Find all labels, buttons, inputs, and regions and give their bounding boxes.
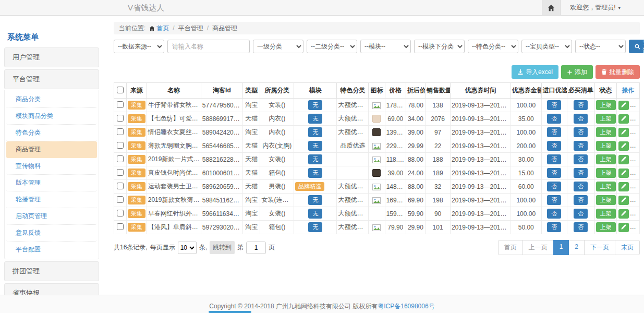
breadcrumb-home-link[interactable]: 首页: [149, 24, 169, 33]
edit-button[interactable]: [618, 155, 629, 164]
sidebar-subitem[interactable]: 平台配置: [6, 242, 97, 258]
row-checkbox[interactable]: [117, 128, 124, 135]
filter-select[interactable]: --二级分类--: [307, 40, 357, 53]
status-button[interactable]: 上架: [596, 127, 616, 137]
import-toggle-button[interactable]: 否: [547, 182, 561, 191]
status-button[interactable]: 上架: [596, 222, 616, 232]
pager-button[interactable]: 2: [568, 240, 585, 255]
edit-button[interactable]: [618, 223, 629, 232]
import-toggle-button[interactable]: 否: [547, 141, 561, 151]
import-toggle-button[interactable]: 否: [547, 195, 561, 205]
edit-button[interactable]: [618, 196, 629, 205]
module-none-badge[interactable]: 无: [308, 222, 322, 232]
status-button[interactable]: 上架: [596, 168, 616, 178]
filter-select[interactable]: --模块--: [360, 40, 411, 53]
status-button[interactable]: 上架: [596, 154, 616, 164]
edit-button[interactable]: [618, 128, 629, 137]
status-button[interactable]: 上架: [596, 141, 616, 151]
must-buy-toggle-button[interactable]: 否: [574, 154, 588, 164]
must-buy-toggle-button[interactable]: 否: [574, 222, 588, 232]
sidebar-group[interactable]: 用户管理: [4, 47, 99, 67]
status-button[interactable]: 上架: [596, 100, 616, 110]
import-toggle-button[interactable]: 否: [547, 168, 561, 178]
sidebar-subitem[interactable]: 宣传物料: [6, 158, 97, 175]
edit-button[interactable]: [618, 141, 629, 151]
import-toggle-button[interactable]: 否: [547, 154, 561, 164]
import-toggle-button[interactable]: 否: [547, 127, 561, 137]
row-checkbox[interactable]: [117, 169, 124, 176]
row-checkbox[interactable]: [117, 223, 124, 230]
sidebar-subitem[interactable]: 模块商品分类: [6, 108, 97, 125]
import-excel-button[interactable]: 导入excel: [512, 65, 558, 79]
import-toggle-button[interactable]: 否: [547, 209, 561, 219]
pager-button[interactable]: 末页: [615, 240, 640, 255]
breadcrumb-level1[interactable]: 平台管理: [178, 24, 203, 33]
status-button[interactable]: 上架: [596, 114, 616, 124]
sidebar-subitem[interactable]: 版本管理: [6, 175, 97, 191]
import-toggle-button[interactable]: 否: [547, 222, 561, 232]
must-buy-toggle-button[interactable]: 否: [574, 114, 588, 124]
sidebar-subitem[interactable]: 轮播管理: [6, 191, 97, 208]
edit-button[interactable]: [618, 182, 629, 191]
module-none-badge[interactable]: 无: [308, 100, 322, 110]
module-none-badge[interactable]: 无: [308, 209, 322, 219]
must-buy-toggle-button[interactable]: 否: [574, 141, 588, 151]
row-checkbox[interactable]: [117, 183, 124, 189]
edit-button[interactable]: [618, 101, 629, 110]
sidebar-subitem[interactable]: 特色分类: [6, 125, 97, 141]
module-none-badge[interactable]: 无: [308, 127, 322, 137]
edit-button[interactable]: [618, 209, 629, 219]
must-buy-toggle-button[interactable]: 否: [574, 168, 588, 178]
pager-button[interactable]: 上一页: [523, 240, 554, 255]
row-checkbox[interactable]: [117, 142, 124, 149]
filter-select[interactable]: --特色分类--: [468, 40, 518, 53]
per-page-select[interactable]: 10: [178, 242, 197, 254]
horizontal-scrollbar-thumb[interactable]: [209, 311, 251, 313]
row-checkbox[interactable]: [117, 155, 124, 162]
select-all-checkbox[interactable]: [117, 87, 124, 93]
sidebar-group[interactable]: 平台管理: [4, 69, 99, 89]
sidebar-subitem[interactable]: 商品分类: [6, 91, 97, 108]
sidebar-subitem[interactable]: 商品管理: [6, 141, 97, 158]
module-none-badge[interactable]: 无: [308, 168, 322, 178]
home-button[interactable]: [542, 0, 561, 15]
batch-delete-button[interactable]: 批量删除: [596, 65, 640, 79]
filter-select[interactable]: 一级分类: [253, 40, 303, 53]
must-buy-toggle-button[interactable]: 否: [574, 127, 588, 137]
filter-select[interactable]: --宝贝类型--: [521, 40, 572, 53]
filter-select[interactable]: --模块下分类--: [414, 40, 465, 53]
pager-button[interactable]: 下一页: [584, 240, 615, 255]
add-button[interactable]: 添加: [561, 65, 593, 79]
jump-button[interactable]: 跳转到: [210, 241, 235, 254]
must-buy-toggle-button[interactable]: 否: [574, 182, 588, 191]
import-toggle-button[interactable]: 否: [547, 114, 561, 124]
pager-button[interactable]: 首页: [498, 240, 523, 255]
module-none-badge[interactable]: 无: [308, 154, 322, 164]
filter-select[interactable]: --状态--: [575, 40, 626, 53]
filter-select[interactable]: --数据来源--: [114, 40, 164, 53]
edit-button[interactable]: [618, 168, 629, 178]
must-buy-toggle-button[interactable]: 否: [574, 209, 588, 219]
row-checkbox[interactable]: [117, 210, 124, 216]
status-button[interactable]: 上架: [596, 182, 616, 191]
must-buy-toggle-button[interactable]: 否: [574, 195, 588, 205]
module-none-badge[interactable]: 无: [308, 114, 322, 124]
sidebar-subitem[interactable]: 启动页管理: [6, 208, 97, 225]
search-button[interactable]: 查询: [629, 40, 644, 53]
page-number-input[interactable]: [246, 242, 266, 254]
sidebar-subitem[interactable]: 意见反馈: [6, 225, 97, 242]
module-none-badge[interactable]: 无: [308, 141, 322, 151]
must-buy-toggle-button[interactable]: 否: [574, 100, 588, 110]
sidebar-group[interactable]: 拼团管理: [4, 261, 99, 281]
edit-button[interactable]: [618, 114, 629, 124]
row-checkbox[interactable]: [117, 101, 124, 108]
row-checkbox[interactable]: [117, 196, 124, 203]
row-checkbox[interactable]: [117, 115, 124, 122]
import-toggle-button[interactable]: 否: [547, 100, 561, 110]
status-button[interactable]: 上架: [596, 195, 616, 205]
user-menu[interactable]: 欢迎您，管理员! ▾: [561, 0, 644, 15]
pager-button[interactable]: 1: [553, 240, 569, 255]
status-button[interactable]: 上架: [596, 209, 616, 219]
name-search-input[interactable]: [167, 40, 250, 53]
icp-link[interactable]: 粤ICP备16098006号: [378, 303, 434, 310]
